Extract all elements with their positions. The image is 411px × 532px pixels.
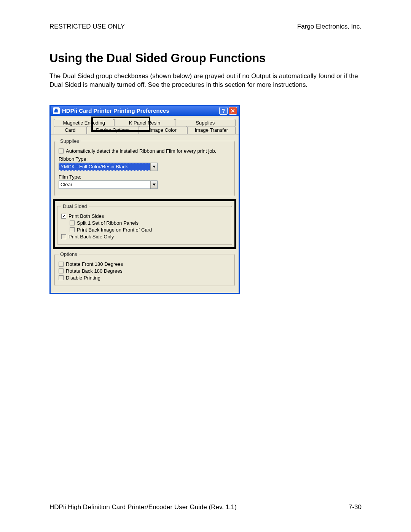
print-back-front-checkbox[interactable]: [70, 227, 75, 232]
tab-card[interactable]: Card: [54, 126, 87, 134]
tab-device-options[interactable]: Device Options: [87, 126, 139, 134]
dual-sided-highlight: Dual Sided ✔ Print Both Sides Split 1 Se…: [53, 199, 236, 249]
dual-sided-legend: Dual Sided: [61, 203, 89, 209]
printer-icon: 🖶: [53, 107, 60, 114]
footer-guide: HDPii High Definition Card Printer/Encod…: [49, 503, 237, 511]
options-group: Options Rotate Front 180 Degrees Rotate …: [54, 251, 235, 286]
ribbon-type-dropdown[interactable]: YMCK - Full Color/Resin Black: [59, 163, 158, 171]
intro-paragraph: The Dual Sided group checkboxes (shown b…: [49, 72, 362, 89]
film-type-dropdown[interactable]: Clear: [59, 181, 158, 189]
dialog-title: HDPii Card Printer Printing Preferences: [62, 107, 169, 114]
auto-detect-label: Automatically detect the installed Ribbo…: [66, 148, 216, 154]
svg-marker-1: [153, 184, 156, 186]
print-back-front-label: Print Back Image on Front of Card: [77, 227, 152, 233]
rotate-back-checkbox[interactable]: [59, 268, 64, 273]
titlebar: 🖶 HDPii Card Printer Printing Preference…: [51, 106, 239, 116]
svg-marker-0: [153, 166, 156, 168]
tab-strip: Magnetic Encoding K Panel Resin Supplies…: [51, 116, 239, 134]
chevron-down-icon: [150, 181, 157, 189]
print-both-sides-checkbox[interactable]: ✔: [61, 214, 66, 219]
auto-detect-checkbox[interactable]: [59, 149, 64, 153]
dual-sided-group: Dual Sided ✔ Print Both Sides Split 1 Se…: [57, 203, 232, 245]
close-button[interactable]: ✕: [229, 107, 237, 115]
chevron-down-icon: [150, 163, 157, 171]
tab-k-panel-resin[interactable]: K Panel Resin: [114, 119, 175, 126]
print-back-only-label: Print Back Side Only: [68, 234, 114, 240]
disable-printing-label: Disable Printing: [66, 275, 100, 281]
tab-image-color[interactable]: Image Color: [139, 126, 187, 134]
company-label: Fargo Electronics, Inc.: [297, 23, 362, 30]
rotate-back-label: Rotate Back 180 Degrees: [66, 268, 123, 274]
print-both-sides-label: Print Both Sides: [68, 213, 104, 219]
page-title: Using the Dual Sided Group Functions: [49, 51, 362, 65]
rotate-front-checkbox[interactable]: [59, 262, 64, 267]
film-type-value: Clear: [59, 181, 150, 189]
supplies-legend: Supplies: [59, 138, 81, 144]
tab-supplies[interactable]: Supplies: [175, 119, 236, 126]
split-panels-label: Split 1 Set of Ribbon Panels: [77, 220, 139, 226]
ribbon-type-value: YMCK - Full Color/Resin Black: [59, 163, 150, 171]
help-button[interactable]: ?: [219, 107, 228, 115]
options-legend: Options: [59, 251, 79, 257]
disable-printing-checkbox[interactable]: [59, 275, 64, 280]
rotate-front-label: Rotate Front 180 Degrees: [66, 261, 123, 267]
footer-page: 7-30: [349, 503, 362, 511]
screenshot-dialog: 🖶 HDPii Card Printer Printing Preference…: [49, 105, 240, 294]
film-type-label: Film Type:: [59, 174, 231, 180]
tab-image-transfer[interactable]: Image Transfer: [187, 126, 236, 134]
print-back-only-checkbox[interactable]: [61, 234, 66, 239]
tab-magnetic-encoding[interactable]: Magnetic Encoding: [54, 119, 114, 126]
split-panels-checkbox[interactable]: [70, 220, 75, 225]
supplies-group: Supplies Automatically detect the instal…: [54, 138, 235, 196]
restricted-label: RESTRICTED USE ONLY: [49, 23, 125, 30]
ribbon-type-label: Ribbon Type:: [59, 156, 231, 162]
